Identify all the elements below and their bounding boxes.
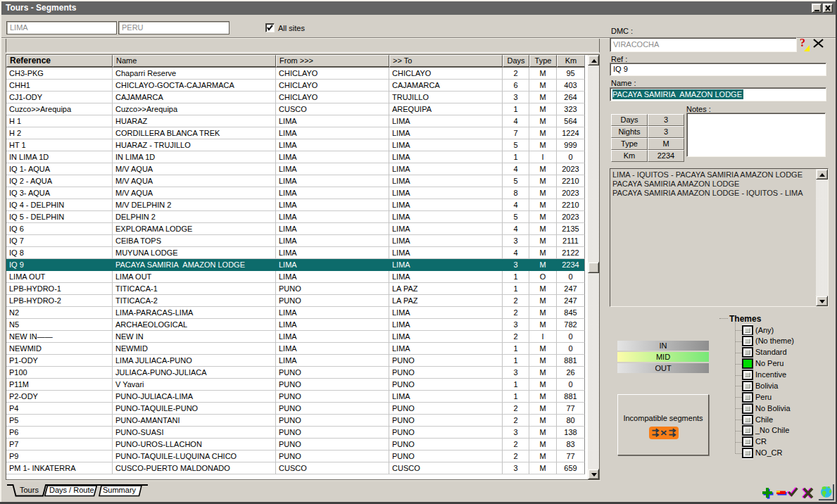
svg-text:Days / Route: Days / Route [49, 486, 94, 494]
svg-text:Summary: Summary [103, 486, 137, 494]
svg-text:Tours: Tours [20, 486, 39, 494]
